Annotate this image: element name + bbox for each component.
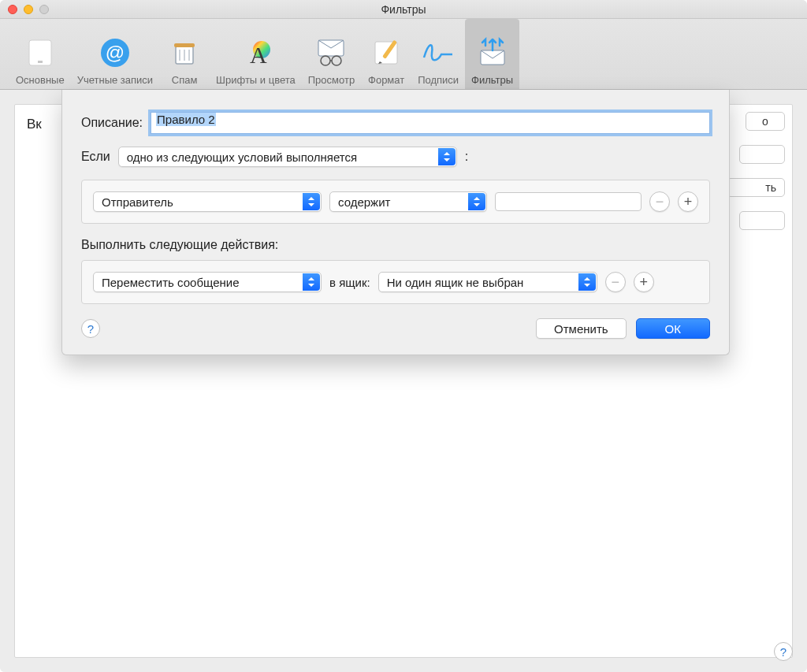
svg-text:@: @ [106,42,125,63]
filters-icon [474,34,511,72]
help-button[interactable]: ? [81,319,100,338]
match-mode-popup[interactable]: одно из следующих условий выполняется [118,147,457,167]
trash-icon [165,34,203,72]
chevron-updown-icon [438,148,456,165]
condition-field-popup[interactable]: Отправитель [93,191,322,212]
tab-label: Просмотр [308,74,355,86]
help-icon: ? [780,645,787,659]
if-label: Если [81,150,110,164]
svg-rect-5 [174,43,195,47]
description-label: Описание: [81,116,143,130]
svg-rect-1 [38,61,43,63]
tab-label: Основные [16,74,65,86]
svg-text:A: A [250,42,267,68]
window-title: Фильтры [0,3,807,16]
tab-spam[interactable]: Спам [159,19,210,89]
match-mode-value: одно из следующих условий выполняется [127,150,357,164]
close-window-icon[interactable] [8,5,17,14]
cancel-button[interactable]: Отменить [536,318,627,339]
if-suffix: : [465,150,468,164]
tab-general[interactable]: Основные [9,19,71,89]
at-sign-icon: @ [96,34,134,72]
tab-view[interactable]: Просмотр [302,19,361,89]
tab-accounts[interactable]: @ Учетные записи [71,19,159,89]
conditions-container: Отправитель содержит − + [81,180,710,224]
bg-fragment-t: ть [727,178,785,197]
tab-fonts[interactable]: A Шрифты и цвета [210,19,302,89]
tab-label: Формат [368,74,404,86]
tab-label: Учетные записи [77,74,153,86]
description-value: Правило 2 [156,113,216,126]
condition-operator-value: содержит [338,195,390,209]
prefs-toolbar: Основные @ Учетные записи Спам A Шрифты … [0,19,807,90]
general-icon [21,34,59,72]
svg-point-12 [321,56,330,65]
actions-container: Переместить сообщение в ящик: Ни один ящ… [81,260,710,304]
remove-action-button[interactable]: − [605,272,626,292]
condition-field-value: Отправитель [102,195,173,209]
compose-icon [367,34,405,72]
chevron-updown-icon [303,273,320,291]
window-help-button[interactable]: ? [774,642,793,661]
bg-fragment-blank [739,145,785,164]
add-condition-button[interactable]: + [678,191,698,212]
tab-label: Шрифты и цвета [216,74,296,86]
mailbox-popup[interactable]: Ни один ящик не выбран [378,272,597,292]
tab-label: Спам [172,74,198,86]
condition-operator-popup[interactable]: содержит [329,191,487,212]
signature-icon [419,34,457,72]
fonts-colors-icon: A [236,34,274,72]
condition-value-input[interactable] [495,192,642,211]
svg-point-13 [332,56,341,65]
tab-label: Фильтры [471,74,513,86]
actions-label: Выполнить следующие действия: [81,238,710,252]
bg-fragment-blank2 [739,211,785,230]
ok-button[interactable]: ОК [636,318,710,339]
action-type-popup[interactable]: Переместить сообщение [93,272,322,292]
chevron-updown-icon [468,193,485,210]
remove-condition-button[interactable]: − [649,191,670,212]
minimize-window-icon[interactable] [24,5,33,14]
action-type-value: Переместить сообщение [102,276,240,289]
tab-format[interactable]: Формат [361,19,411,89]
rule-editor-sheet: Описание: Правило 2 Если одно из следующ… [61,90,730,355]
description-input[interactable]: Правило 2 [151,112,710,134]
bg-fragment-o: о [746,112,785,131]
tab-label: Подписи [418,74,459,86]
titlebar: Фильтры [0,0,807,19]
zoom-window-icon [39,5,49,14]
mailbox-label: в ящик: [329,276,370,289]
mailbox-value: Ни один ящик не выбран [387,276,524,289]
chevron-updown-icon [578,273,596,291]
tab-signatures[interactable]: Подписи [411,19,465,89]
tab-filters[interactable]: Фильтры [465,19,519,89]
add-action-button[interactable]: + [634,272,654,292]
chevron-updown-icon [303,193,320,210]
rules-list-fragment: Вк [27,117,42,132]
glasses-icon [312,34,350,72]
help-icon: ? [87,322,94,336]
